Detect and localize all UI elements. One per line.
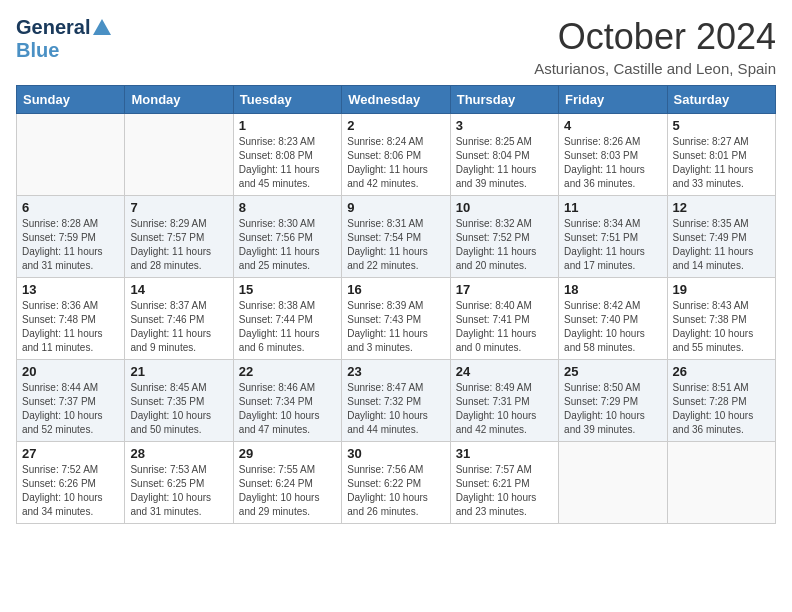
calendar-table: SundayMondayTuesdayWednesdayThursdayFrid… <box>16 85 776 524</box>
calendar-day-cell <box>17 114 125 196</box>
day-number: 14 <box>130 282 227 297</box>
day-info: Sunrise: 8:35 AMSunset: 7:49 PMDaylight:… <box>673 217 770 273</box>
day-number: 12 <box>673 200 770 215</box>
calendar-day-cell: 22Sunrise: 8:46 AMSunset: 7:34 PMDayligh… <box>233 360 341 442</box>
day-number: 21 <box>130 364 227 379</box>
day-number: 25 <box>564 364 661 379</box>
day-number: 9 <box>347 200 444 215</box>
col-header-friday: Friday <box>559 86 667 114</box>
location: Asturianos, Castille and Leon, Spain <box>534 60 776 77</box>
day-number: 1 <box>239 118 336 133</box>
day-info: Sunrise: 8:46 AMSunset: 7:34 PMDaylight:… <box>239 381 336 437</box>
day-number: 29 <box>239 446 336 461</box>
calendar-day-cell: 9Sunrise: 8:31 AMSunset: 7:54 PMDaylight… <box>342 196 450 278</box>
day-number: 19 <box>673 282 770 297</box>
calendar-day-cell: 25Sunrise: 8:50 AMSunset: 7:29 PMDayligh… <box>559 360 667 442</box>
calendar-day-cell: 23Sunrise: 8:47 AMSunset: 7:32 PMDayligh… <box>342 360 450 442</box>
day-info: Sunrise: 8:31 AMSunset: 7:54 PMDaylight:… <box>347 217 444 273</box>
calendar-day-cell <box>125 114 233 196</box>
calendar-week-row: 13Sunrise: 8:36 AMSunset: 7:48 PMDayligh… <box>17 278 776 360</box>
col-header-wednesday: Wednesday <box>342 86 450 114</box>
calendar-week-row: 1Sunrise: 8:23 AMSunset: 8:08 PMDaylight… <box>17 114 776 196</box>
day-info: Sunrise: 7:53 AMSunset: 6:25 PMDaylight:… <box>130 463 227 519</box>
logo-general: General <box>16 16 90 39</box>
logo: General Blue <box>16 16 111 62</box>
calendar-day-cell: 21Sunrise: 8:45 AMSunset: 7:35 PMDayligh… <box>125 360 233 442</box>
day-info: Sunrise: 8:36 AMSunset: 7:48 PMDaylight:… <box>22 299 119 355</box>
calendar-day-cell: 26Sunrise: 8:51 AMSunset: 7:28 PMDayligh… <box>667 360 775 442</box>
calendar-day-cell: 29Sunrise: 7:55 AMSunset: 6:24 PMDayligh… <box>233 442 341 524</box>
day-number: 13 <box>22 282 119 297</box>
calendar-day-cell: 7Sunrise: 8:29 AMSunset: 7:57 PMDaylight… <box>125 196 233 278</box>
day-info: Sunrise: 7:56 AMSunset: 6:22 PMDaylight:… <box>347 463 444 519</box>
calendar-day-cell: 30Sunrise: 7:56 AMSunset: 6:22 PMDayligh… <box>342 442 450 524</box>
day-info: Sunrise: 8:43 AMSunset: 7:38 PMDaylight:… <box>673 299 770 355</box>
calendar-day-cell: 12Sunrise: 8:35 AMSunset: 7:49 PMDayligh… <box>667 196 775 278</box>
calendar-day-cell: 27Sunrise: 7:52 AMSunset: 6:26 PMDayligh… <box>17 442 125 524</box>
day-info: Sunrise: 8:34 AMSunset: 7:51 PMDaylight:… <box>564 217 661 273</box>
page-container: General Blue October 2024 Asturianos, Ca… <box>0 0 792 534</box>
day-info: Sunrise: 8:26 AMSunset: 8:03 PMDaylight:… <box>564 135 661 191</box>
day-number: 27 <box>22 446 119 461</box>
day-number: 30 <box>347 446 444 461</box>
day-number: 6 <box>22 200 119 215</box>
day-number: 3 <box>456 118 553 133</box>
day-info: Sunrise: 8:37 AMSunset: 7:46 PMDaylight:… <box>130 299 227 355</box>
day-number: 18 <box>564 282 661 297</box>
day-number: 7 <box>130 200 227 215</box>
calendar-day-cell: 15Sunrise: 8:38 AMSunset: 7:44 PMDayligh… <box>233 278 341 360</box>
calendar-day-cell: 5Sunrise: 8:27 AMSunset: 8:01 PMDaylight… <box>667 114 775 196</box>
col-header-saturday: Saturday <box>667 86 775 114</box>
day-info: Sunrise: 8:50 AMSunset: 7:29 PMDaylight:… <box>564 381 661 437</box>
calendar-week-row: 27Sunrise: 7:52 AMSunset: 6:26 PMDayligh… <box>17 442 776 524</box>
calendar-header-row: SundayMondayTuesdayWednesdayThursdayFrid… <box>17 86 776 114</box>
calendar-day-cell: 19Sunrise: 8:43 AMSunset: 7:38 PMDayligh… <box>667 278 775 360</box>
day-number: 24 <box>456 364 553 379</box>
calendar-day-cell: 18Sunrise: 8:42 AMSunset: 7:40 PMDayligh… <box>559 278 667 360</box>
day-info: Sunrise: 7:57 AMSunset: 6:21 PMDaylight:… <box>456 463 553 519</box>
day-info: Sunrise: 8:32 AMSunset: 7:52 PMDaylight:… <box>456 217 553 273</box>
day-info: Sunrise: 8:25 AMSunset: 8:04 PMDaylight:… <box>456 135 553 191</box>
calendar-day-cell <box>667 442 775 524</box>
day-info: Sunrise: 8:47 AMSunset: 7:32 PMDaylight:… <box>347 381 444 437</box>
calendar-day-cell: 2Sunrise: 8:24 AMSunset: 8:06 PMDaylight… <box>342 114 450 196</box>
col-header-thursday: Thursday <box>450 86 558 114</box>
day-number: 31 <box>456 446 553 461</box>
logo-triangle-icon <box>93 19 111 35</box>
col-header-sunday: Sunday <box>17 86 125 114</box>
day-info: Sunrise: 8:23 AMSunset: 8:08 PMDaylight:… <box>239 135 336 191</box>
day-info: Sunrise: 8:45 AMSunset: 7:35 PMDaylight:… <box>130 381 227 437</box>
day-number: 11 <box>564 200 661 215</box>
calendar-day-cell: 10Sunrise: 8:32 AMSunset: 7:52 PMDayligh… <box>450 196 558 278</box>
calendar-day-cell: 20Sunrise: 8:44 AMSunset: 7:37 PMDayligh… <box>17 360 125 442</box>
day-info: Sunrise: 8:29 AMSunset: 7:57 PMDaylight:… <box>130 217 227 273</box>
day-number: 2 <box>347 118 444 133</box>
calendar-day-cell: 24Sunrise: 8:49 AMSunset: 7:31 PMDayligh… <box>450 360 558 442</box>
day-number: 5 <box>673 118 770 133</box>
day-info: Sunrise: 8:30 AMSunset: 7:56 PMDaylight:… <box>239 217 336 273</box>
logo-blue: Blue <box>16 39 59 61</box>
calendar-day-cell <box>559 442 667 524</box>
title-area: October 2024 Asturianos, Castille and Le… <box>534 16 776 77</box>
col-header-tuesday: Tuesday <box>233 86 341 114</box>
month-title: October 2024 <box>534 16 776 58</box>
day-info: Sunrise: 8:40 AMSunset: 7:41 PMDaylight:… <box>456 299 553 355</box>
logo-line2: Blue <box>16 39 59 62</box>
logo-line1: General <box>16 16 111 39</box>
day-number: 17 <box>456 282 553 297</box>
calendar-day-cell: 4Sunrise: 8:26 AMSunset: 8:03 PMDaylight… <box>559 114 667 196</box>
day-number: 10 <box>456 200 553 215</box>
day-info: Sunrise: 8:24 AMSunset: 8:06 PMDaylight:… <box>347 135 444 191</box>
day-info: Sunrise: 8:28 AMSunset: 7:59 PMDaylight:… <box>22 217 119 273</box>
calendar-week-row: 6Sunrise: 8:28 AMSunset: 7:59 PMDaylight… <box>17 196 776 278</box>
day-info: Sunrise: 8:42 AMSunset: 7:40 PMDaylight:… <box>564 299 661 355</box>
calendar-day-cell: 17Sunrise: 8:40 AMSunset: 7:41 PMDayligh… <box>450 278 558 360</box>
day-number: 26 <box>673 364 770 379</box>
day-number: 4 <box>564 118 661 133</box>
day-number: 22 <box>239 364 336 379</box>
day-number: 16 <box>347 282 444 297</box>
day-info: Sunrise: 8:39 AMSunset: 7:43 PMDaylight:… <box>347 299 444 355</box>
calendar-day-cell: 16Sunrise: 8:39 AMSunset: 7:43 PMDayligh… <box>342 278 450 360</box>
calendar-day-cell: 6Sunrise: 8:28 AMSunset: 7:59 PMDaylight… <box>17 196 125 278</box>
calendar-day-cell: 28Sunrise: 7:53 AMSunset: 6:25 PMDayligh… <box>125 442 233 524</box>
